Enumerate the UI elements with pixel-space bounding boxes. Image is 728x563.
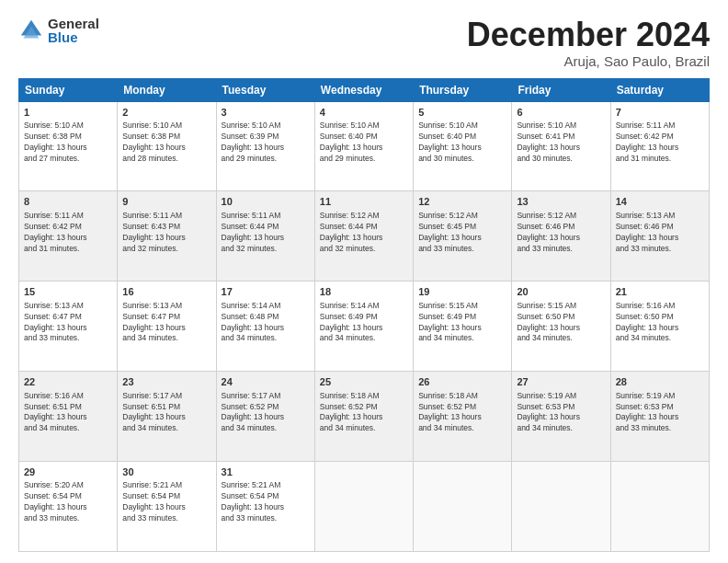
day-number: 19 — [418, 285, 506, 299]
table-row: 19Sunrise: 5:15 AMSunset: 6:49 PMDayligh… — [414, 282, 512, 372]
table-row — [610, 462, 709, 552]
day-info: Sunrise: 5:11 AMSunset: 6:43 PMDaylight:… — [122, 211, 210, 255]
col-sunday: Sunday — [19, 78, 118, 101]
table-row: 16Sunrise: 5:13 AMSunset: 6:47 PMDayligh… — [118, 282, 216, 372]
col-saturday: Saturday — [610, 78, 709, 101]
day-info: Sunrise: 5:13 AMSunset: 6:47 PMDaylight:… — [24, 301, 112, 345]
day-info: Sunrise: 5:14 AMSunset: 6:49 PMDaylight:… — [320, 301, 408, 345]
day-number: 29 — [24, 465, 112, 479]
day-info: Sunrise: 5:17 AMSunset: 6:51 PMDaylight:… — [122, 391, 210, 435]
table-row: 26Sunrise: 5:18 AMSunset: 6:52 PMDayligh… — [414, 372, 512, 462]
day-number: 9 — [122, 195, 210, 209]
day-number: 12 — [418, 195, 506, 209]
day-number: 18 — [320, 285, 408, 299]
title-section: December 2024 Aruja, Sao Paulo, Brazil — [467, 17, 710, 69]
table-row: 1Sunrise: 5:10 AMSunset: 6:38 PMDaylight… — [19, 101, 118, 191]
day-number: 31 — [222, 465, 310, 479]
location: Aruja, Sao Paulo, Brazil — [467, 53, 710, 69]
day-number: 21 — [616, 285, 704, 299]
day-number: 4 — [320, 106, 408, 120]
table-row: 22Sunrise: 5:16 AMSunset: 6:51 PMDayligh… — [19, 372, 118, 462]
table-row: 28Sunrise: 5:19 AMSunset: 6:53 PMDayligh… — [610, 372, 709, 462]
week-row-4: 22Sunrise: 5:16 AMSunset: 6:51 PMDayligh… — [19, 372, 710, 462]
table-row — [414, 462, 512, 552]
day-number: 2 — [122, 106, 210, 120]
day-info: Sunrise: 5:16 AMSunset: 6:51 PMDaylight:… — [24, 391, 112, 435]
page: General Blue December 2024 Aruja, Sao Pa… — [0, 0, 728, 563]
header: General Blue December 2024 Aruja, Sao Pa… — [18, 17, 710, 69]
day-number: 26 — [418, 375, 506, 389]
week-row-3: 15Sunrise: 5:13 AMSunset: 6:47 PMDayligh… — [19, 282, 710, 372]
week-row-2: 8Sunrise: 5:11 AMSunset: 6:42 PMDaylight… — [19, 191, 710, 282]
day-info: Sunrise: 5:10 AMSunset: 6:40 PMDaylight:… — [418, 121, 506, 165]
table-row: 17Sunrise: 5:14 AMSunset: 6:48 PMDayligh… — [216, 282, 314, 372]
day-info: Sunrise: 5:12 AMSunset: 6:46 PMDaylight:… — [517, 211, 605, 255]
day-number: 28 — [616, 375, 704, 389]
table-row: 25Sunrise: 5:18 AMSunset: 6:52 PMDayligh… — [314, 372, 413, 462]
day-info: Sunrise: 5:19 AMSunset: 6:53 PMDaylight:… — [517, 391, 605, 435]
day-info: Sunrise: 5:20 AMSunset: 6:54 PMDaylight:… — [24, 480, 112, 524]
day-info: Sunrise: 5:19 AMSunset: 6:53 PMDaylight:… — [616, 391, 704, 435]
day-number: 6 — [517, 106, 605, 120]
table-row — [314, 462, 413, 552]
logo-general: General — [48, 17, 99, 30]
logo: General Blue — [18, 17, 99, 44]
day-info: Sunrise: 5:15 AMSunset: 6:49 PMDaylight:… — [418, 301, 506, 345]
logo-blue: Blue — [48, 30, 99, 44]
table-row: 10Sunrise: 5:11 AMSunset: 6:44 PMDayligh… — [216, 191, 314, 282]
calendar-table: Sunday Monday Tuesday Wednesday Thursday… — [18, 78, 710, 552]
day-info: Sunrise: 5:21 AMSunset: 6:54 PMDaylight:… — [222, 480, 310, 524]
col-wednesday: Wednesday — [314, 78, 413, 101]
calendar: Sunday Monday Tuesday Wednesday Thursday… — [18, 78, 710, 552]
day-info: Sunrise: 5:10 AMSunset: 6:40 PMDaylight:… — [320, 121, 408, 165]
day-number: 5 — [418, 106, 506, 120]
table-row: 6Sunrise: 5:10 AMSunset: 6:41 PMDaylight… — [512, 101, 610, 191]
col-friday: Friday — [512, 78, 610, 101]
day-info: Sunrise: 5:11 AMSunset: 6:42 PMDaylight:… — [24, 211, 112, 255]
table-row: 3Sunrise: 5:10 AMSunset: 6:39 PMDaylight… — [216, 101, 314, 191]
day-number: 11 — [320, 195, 408, 209]
table-row: 13Sunrise: 5:12 AMSunset: 6:46 PMDayligh… — [512, 191, 610, 282]
table-row: 21Sunrise: 5:16 AMSunset: 6:50 PMDayligh… — [610, 282, 709, 372]
day-number: 8 — [24, 195, 112, 209]
day-info: Sunrise: 5:17 AMSunset: 6:52 PMDaylight:… — [222, 391, 310, 435]
table-row: 5Sunrise: 5:10 AMSunset: 6:40 PMDaylight… — [414, 101, 512, 191]
day-number: 13 — [517, 195, 605, 209]
table-row: 8Sunrise: 5:11 AMSunset: 6:42 PMDaylight… — [19, 191, 118, 282]
table-row: 12Sunrise: 5:12 AMSunset: 6:45 PMDayligh… — [414, 191, 512, 282]
day-info: Sunrise: 5:12 AMSunset: 6:45 PMDaylight:… — [418, 211, 506, 255]
table-row: 9Sunrise: 5:11 AMSunset: 6:43 PMDaylight… — [118, 191, 216, 282]
month-title: December 2024 — [467, 17, 710, 53]
day-info: Sunrise: 5:13 AMSunset: 6:47 PMDaylight:… — [122, 301, 210, 345]
day-info: Sunrise: 5:18 AMSunset: 6:52 PMDaylight:… — [418, 391, 506, 435]
table-row: 29Sunrise: 5:20 AMSunset: 6:54 PMDayligh… — [19, 462, 118, 552]
day-info: Sunrise: 5:16 AMSunset: 6:50 PMDaylight:… — [616, 301, 704, 345]
col-tuesday: Tuesday — [216, 78, 314, 101]
table-row: 7Sunrise: 5:11 AMSunset: 6:42 PMDaylight… — [610, 101, 709, 191]
day-number: 22 — [24, 375, 112, 389]
week-row-5: 29Sunrise: 5:20 AMSunset: 6:54 PMDayligh… — [19, 462, 710, 552]
table-row: 31Sunrise: 5:21 AMSunset: 6:54 PMDayligh… — [216, 462, 314, 552]
col-thursday: Thursday — [414, 78, 512, 101]
table-row: 23Sunrise: 5:17 AMSunset: 6:51 PMDayligh… — [118, 372, 216, 462]
calendar-body: 1Sunrise: 5:10 AMSunset: 6:38 PMDaylight… — [19, 101, 710, 551]
table-row: 27Sunrise: 5:19 AMSunset: 6:53 PMDayligh… — [512, 372, 610, 462]
col-monday: Monday — [118, 78, 216, 101]
table-row: 14Sunrise: 5:13 AMSunset: 6:46 PMDayligh… — [610, 191, 709, 282]
day-info: Sunrise: 5:15 AMSunset: 6:50 PMDaylight:… — [517, 301, 605, 345]
day-info: Sunrise: 5:13 AMSunset: 6:46 PMDaylight:… — [616, 211, 704, 255]
table-row: 18Sunrise: 5:14 AMSunset: 6:49 PMDayligh… — [314, 282, 413, 372]
day-info: Sunrise: 5:10 AMSunset: 6:39 PMDaylight:… — [222, 121, 310, 165]
day-number: 14 — [616, 195, 704, 209]
day-number: 10 — [222, 195, 310, 209]
day-info: Sunrise: 5:10 AMSunset: 6:38 PMDaylight:… — [122, 121, 210, 165]
day-number: 3 — [222, 106, 310, 120]
logo-icon — [18, 17, 44, 43]
table-row: 30Sunrise: 5:21 AMSunset: 6:54 PMDayligh… — [118, 462, 216, 552]
day-info: Sunrise: 5:10 AMSunset: 6:38 PMDaylight:… — [24, 121, 112, 165]
day-info: Sunrise: 5:12 AMSunset: 6:44 PMDaylight:… — [320, 211, 408, 255]
table-row: 2Sunrise: 5:10 AMSunset: 6:38 PMDaylight… — [118, 101, 216, 191]
day-number: 17 — [222, 285, 310, 299]
logo-text: General Blue — [48, 17, 99, 44]
day-number: 24 — [222, 375, 310, 389]
